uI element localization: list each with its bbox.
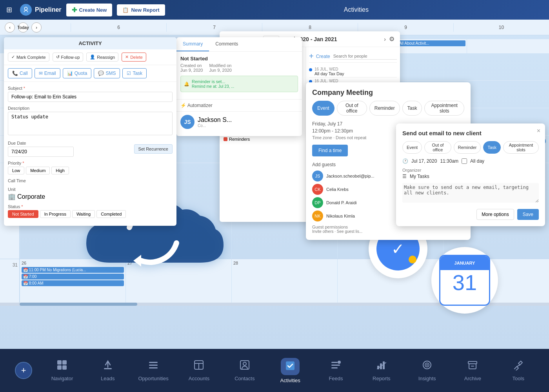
event-date: 16 JUL, WED bbox=[314, 67, 344, 71]
find-time-button[interactable]: Find a time bbox=[312, 145, 348, 156]
activities-label: Activities bbox=[280, 377, 300, 383]
status-not-started-button[interactable]: Not Started bbox=[8, 210, 38, 218]
all-day-checkbox[interactable] bbox=[462, 158, 467, 164]
create-new-button[interactable]: ✚ Create New bbox=[66, 4, 113, 16]
nav-item-archive[interactable]: Archive bbox=[457, 359, 488, 381]
quota-button[interactable]: 📊 Quota bbox=[63, 68, 92, 78]
archive-label: Archive bbox=[464, 376, 481, 381]
meeting-type-buttons: Event Out of office Reminder Task Appoin… bbox=[312, 101, 464, 116]
accounts-label: Accounts bbox=[189, 376, 209, 381]
activity-toolbar: ✓ Mark Complete ↺ Follow-up 👤 Reassign ✕… bbox=[4, 49, 176, 65]
task-button[interactable]: ☑ Task bbox=[122, 68, 147, 78]
prev-nav-button[interactable]: ‹ bbox=[5, 22, 15, 33]
day-col-9: 9 bbox=[358, 23, 453, 32]
unit-value: Corporate bbox=[17, 193, 45, 200]
type-task-button[interactable]: Task bbox=[402, 101, 422, 116]
follow-up-button[interactable]: ↺ Follow-up bbox=[53, 53, 84, 62]
task-date-row: 🕐 Jul 17, 2020 11:30am All day bbox=[402, 158, 539, 164]
guest-name-1: Jackson.scheobel@pip... bbox=[326, 174, 374, 178]
svg-rect-18 bbox=[331, 365, 340, 366]
status-waiting-button[interactable]: Waiting bbox=[72, 210, 95, 218]
tab-summary[interactable]: Summary bbox=[176, 37, 209, 51]
task-type-out-of-office[interactable]: Out of office bbox=[424, 141, 451, 154]
call-button[interactable]: 📞 Call bbox=[8, 68, 32, 78]
contact-card[interactable]: JS Jackson S... Co... bbox=[176, 111, 302, 132]
gcal-month-label: JANUARY bbox=[440, 256, 489, 270]
priority-medium-button[interactable]: Medium bbox=[26, 167, 50, 174]
subject-req: * bbox=[24, 86, 25, 91]
create-new-label: Create New bbox=[79, 7, 107, 13]
activities-icon-bg bbox=[281, 358, 300, 375]
nav-item-leads[interactable]: Leads bbox=[92, 359, 124, 381]
task-note-field: Make sure to send out a new email, targe… bbox=[402, 183, 539, 204]
calendar-nav: ‹ Today › bbox=[0, 22, 71, 33]
guest-name-3: Donald P. Araidi bbox=[326, 200, 356, 205]
description-textarea[interactable]: Status update bbox=[8, 112, 173, 135]
tools-label: Tools bbox=[513, 376, 524, 381]
event-time: All day Tax Day bbox=[314, 71, 344, 76]
type-event-button[interactable]: Event bbox=[312, 101, 334, 116]
due-date-input[interactable] bbox=[8, 147, 74, 157]
reminder-icon: 🔔 bbox=[184, 82, 189, 87]
nav-item-insights[interactable]: Insights bbox=[411, 359, 443, 381]
status-completed-button[interactable]: Completed bbox=[96, 210, 126, 218]
task-type-event[interactable]: Event bbox=[402, 141, 422, 154]
gcal-event-item[interactable]: 16 JUL, WED All day Tax Day bbox=[309, 66, 397, 78]
guest-name-4: Nikolaus Kimla bbox=[326, 214, 355, 218]
nav-item-tools[interactable]: Tools bbox=[503, 359, 534, 381]
call-time-label: Call Time bbox=[8, 178, 173, 183]
set-recurrence-button[interactable]: Set Recurrence bbox=[134, 144, 173, 154]
add-button[interactable]: + bbox=[15, 362, 32, 379]
task-note-textarea[interactable]: Make sure to send out a new email, targe… bbox=[402, 183, 539, 203]
task-close-button[interactable]: × bbox=[537, 127, 540, 134]
sms-button[interactable]: 💬 SMS bbox=[94, 68, 120, 78]
task-type-appt[interactable]: Appointment slots bbox=[503, 141, 539, 154]
priority-row: Priority * Low Medium High bbox=[8, 161, 173, 174]
nav-item-navigator[interactable]: Navigator bbox=[46, 359, 78, 381]
type-out-of-office-button[interactable]: Out of office bbox=[337, 101, 367, 116]
guest-avatar-2: CK bbox=[312, 184, 323, 195]
reassign-button[interactable]: 👤 Reassign bbox=[86, 53, 118, 62]
create-icon[interactable]: + bbox=[309, 52, 314, 61]
opportunities-label: Opportunities bbox=[138, 376, 168, 381]
created-info: Created on Jun 9, 2020 Modified on Jun 9… bbox=[180, 63, 298, 73]
mark-complete-button[interactable]: ✓ Mark Complete bbox=[8, 53, 49, 62]
delete-button[interactable]: ✕ Delete bbox=[122, 53, 146, 62]
nav-item-accounts[interactable]: Accounts bbox=[183, 359, 215, 381]
nav-item-activities[interactable]: Activities bbox=[274, 358, 306, 383]
tab-comments[interactable]: Comments bbox=[209, 37, 244, 51]
create-event-row[interactable]: + Create bbox=[309, 50, 397, 63]
more-options-button[interactable]: More options bbox=[476, 209, 514, 220]
type-appt-button[interactable]: Appointment slots bbox=[424, 101, 464, 116]
event-dot bbox=[309, 68, 312, 71]
status-value: Not Started bbox=[180, 56, 298, 62]
navigator-icon bbox=[56, 359, 67, 373]
task-save-button[interactable]: Save bbox=[517, 209, 539, 220]
create-label[interactable]: Create bbox=[316, 54, 330, 59]
gcal-settings-icon[interactable]: ⚙ bbox=[389, 35, 394, 43]
nav-item-opportunities[interactable]: Opportunities bbox=[138, 359, 169, 381]
tasks-checkmark: ✓ bbox=[391, 240, 405, 258]
new-report-button[interactable]: 📋 New Report bbox=[117, 4, 165, 16]
gcal-next-button[interactable]: › bbox=[384, 36, 386, 42]
today-button[interactable]: Today bbox=[18, 22, 28, 33]
svg-line-30 bbox=[517, 365, 520, 367]
next-nav-button[interactable]: › bbox=[31, 22, 42, 33]
search-people-input[interactable] bbox=[333, 53, 397, 60]
status-in-progress-button[interactable]: In Progress bbox=[40, 210, 71, 218]
priority-low-button[interactable]: Low bbox=[8, 167, 24, 174]
nav-item-feeds[interactable]: Feeds bbox=[320, 359, 351, 381]
priority-high-button[interactable]: High bbox=[51, 167, 69, 174]
task-type-reminder[interactable]: Reminder bbox=[454, 141, 481, 154]
reassign-icon: 👤 bbox=[90, 54, 95, 60]
subject-input[interactable] bbox=[8, 92, 173, 102]
nav-item-contacts[interactable]: Contacts bbox=[229, 359, 260, 381]
status-label: Status * bbox=[8, 204, 173, 209]
reports-icon bbox=[376, 359, 387, 373]
nav-item-reports[interactable]: Reports bbox=[366, 359, 397, 381]
organizer-icon: ☰ bbox=[402, 174, 407, 179]
email-button[interactable]: ✉ Email bbox=[35, 68, 60, 78]
task-type-task[interactable]: Task bbox=[483, 141, 501, 154]
insights-icon bbox=[422, 359, 433, 373]
type-reminder-button[interactable]: Reminder bbox=[369, 101, 400, 116]
